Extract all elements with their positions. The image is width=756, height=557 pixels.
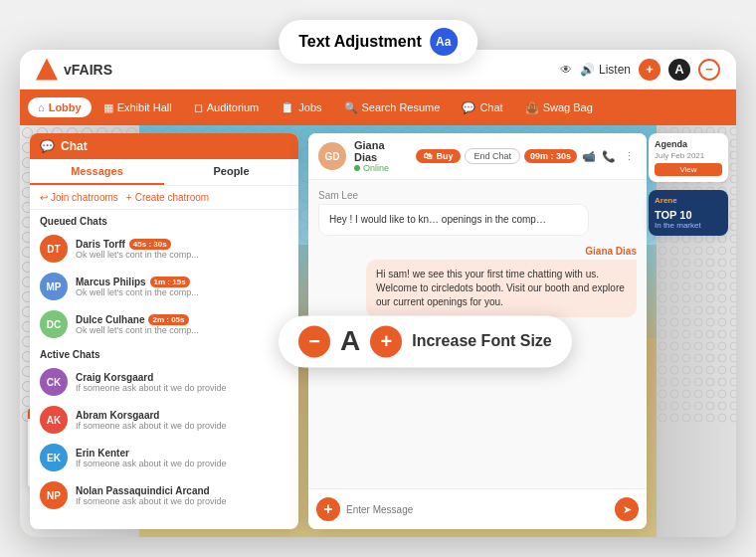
right-banner-card: Arene TOP 10 In the market	[649, 190, 728, 236]
video-icon[interactable]: 📹	[581, 148, 597, 164]
online-dot	[354, 165, 360, 171]
font-size-label: Increase Font Size	[412, 332, 552, 350]
nav-item-lobby[interactable]: ⌂ Lobby	[28, 97, 92, 117]
chat-actions: ↩ Join chatrooms + Create chatroom	[30, 186, 298, 210]
create-icon: +	[126, 192, 132, 203]
buy-btn[interactable]: 🛍 Buy	[416, 149, 461, 163]
active-chat-item-3[interactable]: NP Nolan Passaquindici Arcand If someone…	[30, 476, 298, 514]
search-icon: 🔍	[344, 101, 358, 114]
nav-label-jobs: Jobs	[298, 101, 321, 113]
agenda-view-btn[interactable]: View	[655, 163, 722, 176]
nav-item-jobs[interactable]: 📋 Jobs	[271, 97, 331, 118]
avatar-active-3: NP	[40, 481, 68, 509]
queued-chat-item-2[interactable]: DC Dulce Culhane 2m : 05s Ok well let's …	[30, 305, 298, 343]
top-bar-right: 👁 🔊 Listen + A −	[560, 59, 720, 81]
nav-item-swag[interactable]: 👜 Swag Bag	[515, 97, 603, 118]
chat-item-preview-1: Ok well let's cont in the comp...	[76, 287, 288, 297]
font-large-btn[interactable]: A	[668, 59, 690, 81]
text-adjustment-badge: Text Adjustment Aa	[279, 20, 477, 64]
chat-panel: 💬 Chat Messages People ↩ Join chatrooms …	[30, 133, 298, 529]
active-chat-name-1: Abram Korsgaard	[76, 410, 288, 421]
active-chat-item-2[interactable]: EK Erin Kenter If someone ask about it w…	[30, 439, 298, 476]
phone-icon[interactable]: 📞	[601, 148, 617, 164]
chat-item-name-2: Dulce Culhane 2m : 05s	[76, 314, 288, 325]
join-label: Join chatrooms	[51, 192, 118, 203]
buy-icon: 🛍	[424, 151, 433, 161]
agenda-date: July Feb 2021	[655, 151, 722, 160]
queued-chat-item-1[interactable]: MP Marcus Philips 1m : 15s Ok well let's…	[30, 268, 298, 305]
message-input[interactable]	[346, 504, 609, 515]
logo-icon	[36, 59, 58, 81]
nav-item-auditorium[interactable]: ◻ Auditorium	[184, 97, 270, 118]
chat-tabs: Messages People	[30, 159, 298, 186]
chat-window-header: GD Giana Dias Online 🛍 Buy	[308, 133, 647, 180]
logo: vFAIRS	[36, 59, 112, 81]
home-icon: ⌂	[38, 101, 45, 113]
chat-input-area: + ➤	[308, 488, 647, 529]
online-status: Online	[363, 163, 389, 173]
nav-item-search[interactable]: 🔍 Search Resume	[334, 97, 451, 118]
listen-btn[interactable]: 🔊 Listen	[580, 63, 631, 77]
queued-chats-title: Queued Chats	[30, 210, 298, 230]
nav-label-lobby: Lobby	[49, 101, 82, 113]
chat-item-info-0: Daris Torff 45s : 30s Ok well let's cont…	[76, 239, 288, 260]
msg-bubble-0: Hey ! I would like to kn… openings in th…	[318, 204, 589, 236]
font-decrease-btn[interactable]: −	[298, 325, 330, 357]
font-add-btn[interactable]: +	[639, 59, 661, 81]
time-badge-2: 2m : 05s	[148, 314, 188, 325]
active-chat-name-0: Craig Korsgaard	[76, 372, 288, 383]
nav-item-exhibit[interactable]: ▦ Exhibit Hall	[94, 97, 182, 118]
active-chats-list: CK Craig Korsgaard If someone ask about …	[30, 363, 298, 514]
jobs-icon: 📋	[281, 101, 294, 114]
font-small-btn[interactable]: −	[698, 59, 720, 81]
logo-text: vFAIRS	[64, 62, 112, 78]
tab-messages[interactable]: Messages	[30, 159, 164, 185]
chat-header-title: Chat	[61, 139, 88, 153]
online-badge: Online	[354, 163, 408, 173]
right-banner-sub: In the market	[655, 221, 722, 230]
chat-icon: 💬	[462, 101, 475, 114]
nav-label-auditorium: Auditorium	[207, 101, 260, 113]
active-chat-info-3: Nolan Passaquindici Arcand If someone as…	[76, 485, 288, 506]
add-attachment-btn[interactable]: +	[316, 497, 340, 521]
chat-header: 💬 Chat	[30, 133, 298, 159]
active-chat-info-0: Craig Korsgaard If someone ask about it …	[76, 372, 288, 393]
eye-icon-btn[interactable]: 👁	[560, 63, 572, 77]
nav-label-chat: Chat	[479, 101, 502, 113]
active-chat-item-1[interactable]: AK Abram Korsgaard If someone ask about …	[30, 401, 298, 439]
msg-bubble-1: Hi sam! we see this your first time chat…	[366, 260, 637, 317]
join-chatrooms-btn[interactable]: ↩ Join chatrooms	[40, 192, 118, 203]
chat-header-icon: 💬	[40, 139, 55, 153]
join-icon: ↩	[40, 192, 48, 203]
font-increase-btn[interactable]: +	[370, 325, 402, 357]
agenda-card: Agenda July Feb 2021 View	[649, 133, 728, 182]
more-icon[interactable]: ⋮	[621, 148, 637, 164]
chat-item-preview-0: Ok well let's cont in the comp...	[76, 250, 288, 260]
avatar-active-0: CK	[40, 368, 68, 396]
avatar-active-1: AK	[40, 406, 68, 434]
create-chatroom-btn[interactable]: + Create chatroom	[126, 192, 209, 203]
tab-people[interactable]: People	[164, 159, 298, 185]
agenda-title: Agenda	[655, 139, 722, 149]
active-chat-name-3: Nolan Passaquindici Arcand	[76, 485, 288, 496]
header-actions: 🛍 Buy End Chat 09m : 30s 📹 📞 ⋮	[416, 148, 637, 164]
time-badge-0: 45s : 30s	[129, 239, 171, 250]
time-badge-1: 1m : 15s	[150, 277, 190, 287]
contact-name-area: Giana Dias Online	[354, 139, 408, 173]
exhibit-icon: ▦	[103, 101, 113, 114]
send-btn[interactable]: ➤	[615, 497, 639, 521]
auditorium-icon: ◻	[194, 101, 203, 114]
avatar-active-2: EK	[40, 444, 68, 471]
swag-icon: 👜	[525, 101, 539, 114]
chat-item-preview-2: Ok well let's cont in the comp...	[76, 325, 288, 335]
active-chat-preview-2: If someone ask about it we do provide	[76, 459, 288, 468]
queued-chat-item-0[interactable]: DT Daris Torff 45s : 30s Ok well let's c…	[30, 230, 298, 268]
active-chat-info-2: Erin Kenter If someone ask about it we d…	[76, 448, 288, 468]
active-chat-item-0[interactable]: CK Craig Korsgaard If someone ask about …	[30, 363, 298, 401]
message-0: Sam Lee Hey ! I would like to kn… openin…	[318, 190, 637, 236]
nav-item-chat[interactable]: 💬 Chat	[452, 97, 512, 118]
nav-label-search: Search Resume	[362, 101, 441, 113]
end-chat-btn[interactable]: End Chat	[465, 148, 520, 164]
active-chat-preview-1: If someone ask about it we do provide	[76, 421, 288, 431]
contact-avatar: GD	[318, 142, 346, 170]
